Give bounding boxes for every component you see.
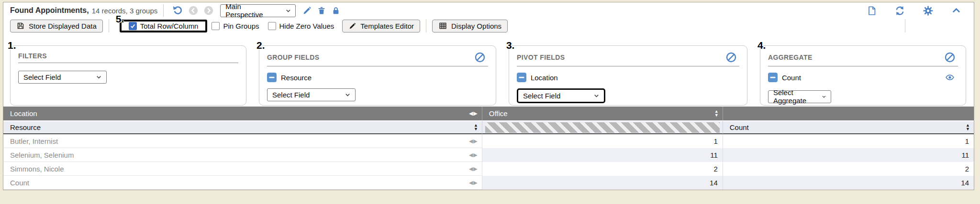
total-row-label: Count (10, 179, 29, 187)
aggregate-select[interactable]: Select Aggregate (768, 90, 831, 103)
group-fields-panel-header: GROUP FIELDS (267, 52, 488, 66)
filters-panel: 1. FILTERS Select Field (10, 45, 246, 106)
field-panels: 1. FILTERS Select Field 2. GROUP FIELDS (10, 45, 966, 106)
chevron-down-icon (821, 93, 827, 100)
move-row-icon[interactable]: ◀▶ (469, 180, 478, 186)
hide-zero-values-checkbox[interactable] (268, 22, 276, 30)
column-header-spacer (723, 107, 974, 120)
pivot-fields-title: PIVOT FIELDS (517, 54, 565, 61)
aggregate-panel-header: AGGREGATE (768, 52, 958, 66)
store-displayed-data-button[interactable]: Store Displayed Data (10, 20, 103, 32)
templates-editor-button[interactable]: Templates Editor (342, 20, 420, 32)
perspective-select[interactable]: Main Perspective (220, 4, 296, 17)
group-fields-select-value: Select Field (272, 91, 310, 99)
clear-group-fields-icon[interactable] (474, 52, 486, 63)
filters-field-select[interactable]: Select Field (18, 71, 107, 84)
chevron-left-circle-icon[interactable] (188, 5, 199, 16)
clear-aggregate-icon[interactable] (944, 52, 956, 63)
aggregate-chip-count: Count (768, 73, 801, 82)
pin-groups-checkbox[interactable] (212, 22, 220, 30)
sort-icon[interactable]: ▲▼ (474, 124, 478, 131)
remove-field-icon[interactable] (267, 73, 277, 82)
subheader-count[interactable]: Count ▲▼ (723, 120, 974, 134)
office-value: 1 (482, 134, 723, 148)
filters-field-select-value: Select Field (23, 73, 61, 81)
delete-perspective-icon[interactable] (317, 6, 326, 16)
total-row-column-checkbox-group[interactable]: Total Row/Column (129, 22, 199, 30)
column-header-office[interactable]: Office ▲▼ (482, 107, 723, 120)
lock-icon[interactable] (331, 6, 341, 16)
pivot-field-chip-location: Location (517, 73, 558, 82)
divider (426, 19, 426, 32)
location-header-label: Location (10, 109, 37, 118)
table-grid-icon (438, 21, 447, 30)
aggregate-panel: 4. AGGREGATE Count (760, 45, 966, 106)
sort-icon[interactable]: ▲▼ (714, 110, 719, 117)
remove-field-icon[interactable] (517, 73, 526, 82)
office-value: 2 (482, 162, 723, 176)
report-builder-window: Found Appointments, 14 records, 3 groups… (3, 2, 974, 190)
refresh-icon[interactable] (894, 5, 905, 16)
aggregate-field-label: Count (782, 74, 801, 82)
annotation-5: 5. (116, 14, 124, 24)
sort-icon[interactable]: ▲▼ (966, 124, 970, 131)
gear-icon[interactable] (923, 5, 934, 16)
store-displayed-data-label: Store Displayed Data (29, 22, 97, 30)
office-total-value: 14 (482, 176, 723, 190)
chevron-right-circle-icon[interactable] (203, 5, 214, 16)
table-subheader-row: Resource ▲▼ Count ▲▼ (3, 120, 974, 134)
resource-name: Butler, Internist (10, 137, 58, 145)
pivot-fields-select[interactable]: Select Field (517, 88, 605, 103)
save-icon (16, 21, 25, 30)
pivot-fields-panel: 3. PIVOT FIELDS Location (509, 45, 747, 106)
annotation-3: 3. (506, 40, 515, 50)
total-row-column-label: Total Row/Column (140, 22, 199, 30)
hide-zero-values-checkbox-group[interactable]: Hide Zero Values (268, 22, 334, 30)
page-title: Found Appointments, (10, 6, 89, 15)
count-value: 1 (723, 134, 974, 148)
highlight-box: 5. Total Row/Column (120, 20, 208, 32)
office-pivot-placeholder (482, 120, 723, 134)
filters-title: FILTERS (18, 52, 47, 60)
collapse-panel-icon[interactable] (951, 6, 962, 15)
pivot-table: Location ◀▶ Office ▲▼ Resource ▲▼ Count … (3, 107, 974, 190)
table-row: Simmons, Nicole ◀▶ 2 2 (3, 162, 974, 176)
office-value: 11 (482, 148, 723, 162)
move-row-icon[interactable]: ◀▶ (469, 166, 478, 172)
column-header-location[interactable]: Location ◀▶ (3, 107, 482, 120)
table-row: Butler, Internist ◀▶ 1 1 (3, 134, 974, 148)
remove-field-icon[interactable] (768, 73, 778, 82)
count-subheader-label: Count (730, 123, 749, 131)
toolbar: Store Displayed Data 5. Total Row/Column… (3, 19, 974, 33)
hide-zero-values-label: Hide Zero Values (279, 22, 334, 30)
pin-groups-checkbox-group[interactable]: Pin Groups (212, 22, 259, 30)
eye-icon[interactable] (944, 73, 956, 82)
undo-icon[interactable] (172, 5, 183, 16)
table-row: Selenium, Selenium ◀▶ 11 11 (3, 148, 974, 162)
move-row-icon[interactable]: ◀▶ (469, 152, 478, 158)
chevron-down-icon (95, 74, 102, 81)
clear-pivot-fields-icon[interactable] (725, 52, 737, 63)
annotation-2: 2. (256, 40, 265, 50)
group-fields-select[interactable]: Select Field (267, 88, 356, 101)
display-options-button[interactable]: Display Options (432, 20, 508, 32)
group-fields-title: GROUP FIELDS (267, 54, 320, 61)
new-document-icon[interactable] (867, 5, 877, 16)
divider (163, 4, 164, 17)
filters-panel-header: FILTERS (18, 52, 238, 63)
resource-name: Simmons, Nicole (10, 165, 64, 173)
count-value: 2 (723, 162, 974, 176)
move-column-icon[interactable]: ◀▶ (469, 110, 478, 117)
move-row-icon[interactable]: ◀▶ (469, 138, 478, 144)
edit-perspective-icon[interactable] (302, 6, 312, 16)
check-icon (130, 23, 136, 29)
subheader-resource[interactable]: Resource ▲▼ (3, 120, 482, 134)
perspective-select-value: Main Perspective (225, 2, 279, 19)
table-header-row: Location ◀▶ Office ▲▼ (3, 107, 974, 120)
top-bar: Found Appointments, 14 records, 3 groups… (3, 2, 974, 19)
pin-groups-label: Pin Groups (223, 22, 259, 30)
record-count: 14 records, 3 groups (92, 7, 158, 15)
aggregate-title: AGGREGATE (768, 54, 813, 61)
total-row-column-checkbox[interactable] (129, 22, 137, 30)
pencil-icon (348, 22, 356, 30)
